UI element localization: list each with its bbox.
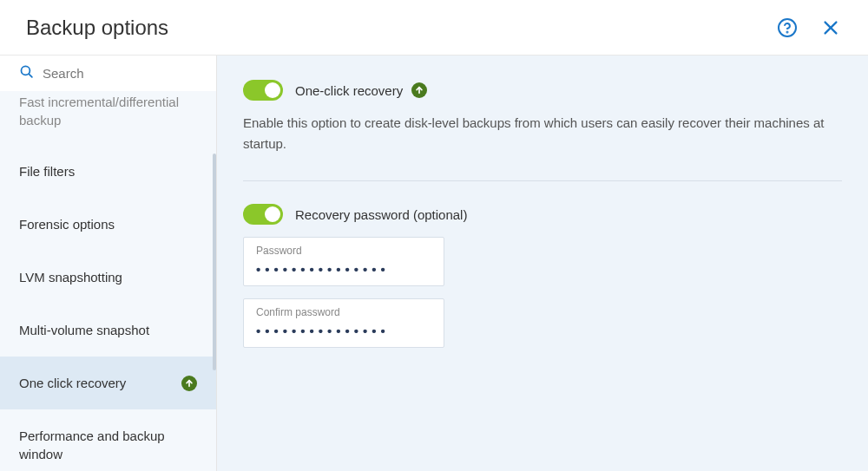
one-click-recovery-description: Enable this option to create disk-level … xyxy=(243,113,842,154)
one-click-recovery-toggle-row: One-click recovery xyxy=(243,80,842,101)
layout: Fast incremental/differential backup Fil… xyxy=(0,56,868,471)
search-wrap xyxy=(0,56,216,91)
sidebar-item-label: File filters xyxy=(19,162,75,180)
sidebar-item-lvm-snapshotting[interactable]: LVM snapshotting xyxy=(0,251,216,304)
sidebar-item-label: Multi-volume snapshot xyxy=(19,321,149,339)
sidebar-item-label: LVM snapshotting xyxy=(19,268,122,286)
sidebar-item-label: Fast incremental/differential backup xyxy=(19,93,197,129)
sidebar-item-label: Performance and backup window xyxy=(19,427,197,463)
sidebar-item-forensic-options[interactable]: Forensic options xyxy=(0,198,216,251)
one-click-recovery-toggle[interactable] xyxy=(243,80,283,101)
one-click-recovery-label: One-click recovery xyxy=(295,82,427,98)
dialog-header: Backup options xyxy=(0,0,868,56)
sidebar-item-performance[interactable]: Performance and backup window xyxy=(0,409,216,471)
page-title: Backup options xyxy=(26,16,168,40)
svg-point-1 xyxy=(787,31,788,32)
arrow-up-icon xyxy=(411,82,427,98)
sidebar-list: Fast incremental/differential backup Fil… xyxy=(0,91,216,471)
sidebar-item-label: One click recovery xyxy=(19,374,126,392)
recovery-password-toggle[interactable] xyxy=(243,204,283,225)
confirm-password-field-value: ••••••••••••••• xyxy=(256,324,431,338)
search-icon xyxy=(19,64,34,82)
sidebar-item-label: Forensic options xyxy=(19,215,115,233)
password-field-label: Password xyxy=(256,245,431,257)
toggle-label-text: Recovery password (optional) xyxy=(295,207,467,222)
arrow-up-icon xyxy=(181,376,197,391)
header-actions xyxy=(776,16,842,39)
scrollbar[interactable] xyxy=(213,154,216,370)
sidebar-item-file-filters[interactable]: File filters xyxy=(0,145,216,198)
sidebar: Fast incremental/differential backup Fil… xyxy=(0,56,217,471)
sidebar-item-multi-volume-snapshot[interactable]: Multi-volume snapshot xyxy=(0,304,216,357)
close-icon[interactable] xyxy=(819,16,842,39)
search-input[interactable] xyxy=(43,66,197,81)
toggle-label-text: One-click recovery xyxy=(295,83,403,98)
recovery-password-label: Recovery password (optional) xyxy=(295,207,467,222)
main-content: One-click recovery Enable this option to… xyxy=(217,56,868,471)
svg-line-5 xyxy=(29,74,32,77)
help-icon[interactable] xyxy=(776,16,799,39)
recovery-password-toggle-row: Recovery password (optional) xyxy=(243,204,842,225)
sidebar-item-one-click-recovery[interactable]: One click recovery xyxy=(0,357,216,409)
password-field[interactable]: Password ••••••••••••••• xyxy=(243,237,444,286)
sidebar-item-fast-incremental[interactable]: Fast incremental/differential backup xyxy=(0,91,216,145)
confirm-password-field[interactable]: Confirm password ••••••••••••••• xyxy=(243,298,444,348)
confirm-password-field-label: Confirm password xyxy=(256,306,431,318)
divider xyxy=(243,180,842,181)
password-field-value: ••••••••••••••• xyxy=(256,262,431,277)
